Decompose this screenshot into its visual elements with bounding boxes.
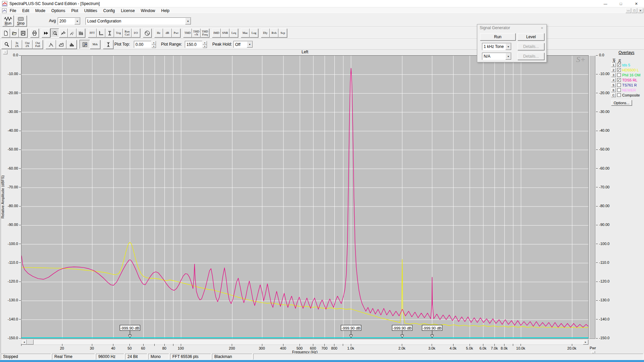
zoom-out-full-button[interactable]: Out Full: [33, 40, 43, 49]
scaling-button[interactable]: [97, 28, 105, 38]
stop-button[interactable]: Stop: [15, 15, 27, 26]
pwr-units-button[interactable]: Pwr: [172, 28, 180, 38]
menu-license[interactable]: License: [118, 8, 138, 14]
reverb-button[interactable]: Rvb: [270, 28, 278, 38]
run-button[interactable]: Run: [2, 15, 14, 26]
collapse-left-axis-button[interactable]: -: [3, 50, 7, 54]
spectrum-view-button[interactable]: [59, 28, 68, 38]
zoom-grid-button[interactable]: [50, 28, 59, 38]
mdi-restore-button[interactable]: □: [632, 8, 637, 13]
overlays-options-button[interactable]: Options...: [611, 100, 632, 106]
plot-range-spinner[interactable]: ▲▼: [203, 41, 207, 48]
overlay-on-checkbox-5[interactable]: [617, 83, 621, 87]
x-tick-dash: [173, 344, 173, 346]
menu-edit[interactable]: Edit: [19, 8, 32, 14]
menu-window[interactable]: Window: [138, 8, 158, 14]
scope-button[interactable]: Scp: [278, 28, 287, 38]
thd-n-button[interactable]: THD +N: [192, 28, 201, 38]
avg-label: Avg: [49, 18, 56, 23]
overlay-set-button-3[interactable]: 3: [611, 73, 616, 77]
signal-generator-close-icon[interactable]: ✕: [539, 26, 545, 30]
plot-top-input[interactable]: 0.00: [134, 41, 151, 48]
zoom-button[interactable]: [1, 40, 12, 49]
post-process-button[interactable]: [42, 28, 50, 38]
zoom-in-2x-button[interactable]: In 2X: [12, 40, 22, 49]
overlay-on-checkbox-C[interactable]: [617, 93, 621, 97]
display-options-button[interactable]: [79, 40, 90, 49]
load-config-dropdown-arrow-icon[interactable]: ▼: [185, 18, 191, 24]
menu-mode[interactable]: Mode: [32, 8, 48, 14]
maximize-button[interactable]: □: [613, 0, 629, 7]
marker-value-label: -999.90 dB: [341, 326, 361, 330]
source2-dropdown-arrow-icon[interactable]: ▼: [505, 53, 511, 60]
waterfall-view-button[interactable]: [68, 28, 76, 38]
menu-options[interactable]: Options: [48, 8, 68, 14]
load-configuration-select[interactable]: Load Configuration ▼: [86, 17, 191, 25]
avg-select[interactable]: 200 ▼: [58, 17, 80, 25]
signal-generator-button[interactable]: [143, 28, 152, 38]
thd-button[interactable]: THD: [183, 28, 192, 38]
plot-vertical-scrollbar[interactable]: [589, 55, 595, 339]
marker-button[interactable]: Mrk: [90, 40, 100, 49]
save-button[interactable]: [19, 28, 28, 38]
calibration-button[interactable]: [105, 28, 114, 38]
close-button[interactable]: ✕: [629, 0, 644, 7]
io-device-button[interactable]: I/O: [131, 28, 140, 38]
generator-details2-button[interactable]: Details...: [518, 53, 544, 60]
print-button[interactable]: [30, 28, 39, 38]
mdi-close-button[interactable]: ✕: [638, 8, 643, 13]
trigger-button[interactable]: Trig: [114, 28, 123, 38]
log-button-label: Log: [252, 32, 257, 35]
menu-plot[interactable]: Plot: [68, 8, 81, 14]
menu-help[interactable]: Help: [158, 8, 173, 14]
plot-range-input[interactable]: 150.0: [185, 41, 202, 48]
bar-display-button[interactable]: [66, 40, 77, 49]
run-control-button[interactable]: Run Ctrl: [123, 28, 131, 38]
macro-button[interactable]: Mac: [241, 28, 250, 38]
generator-run-button[interactable]: Run: [480, 33, 516, 41]
generator-details1-button[interactable]: Details...: [518, 43, 544, 50]
generator-level-button[interactable]: Level: [518, 33, 544, 41]
menu-file[interactable]: File: [7, 8, 19, 14]
leq-button[interactable]: Leq: [229, 28, 238, 38]
overlay-on-checkbox-1[interactable]: ✓: [617, 63, 621, 67]
imd-button[interactable]: IMD: [212, 28, 221, 38]
fft-settings-button[interactable]: FFT: [88, 28, 97, 38]
step-curve-button[interactable]: [56, 40, 66, 49]
overlay-set-button-2[interactable]: 2: [611, 68, 616, 72]
generator-source1-select[interactable]: 1 kHz Tone ▼: [482, 43, 512, 50]
overlay-on-checkbox-3[interactable]: [617, 73, 621, 77]
open-file-button[interactable]: [10, 28, 19, 38]
hz-units-button[interactable]: Hz: [154, 28, 163, 38]
menu-config[interactable]: Config: [100, 8, 118, 14]
mdi-minimize-button[interactable]: —: [626, 8, 631, 13]
overlay-on-checkbox-2[interactable]: ✓: [617, 68, 621, 72]
minimize-button[interactable]: —: [598, 0, 613, 7]
menu-utilities[interactable]: Utilities: [81, 8, 100, 14]
thd-freq-button[interactable]: THD Freq: [201, 28, 209, 38]
overlay-set-button-C[interactable]: C: [611, 93, 616, 97]
generator-source2-select[interactable]: N/A ▼: [482, 53, 512, 60]
overlay-set-button-6[interactable]: 6: [611, 88, 616, 92]
overlay-set-button-5[interactable]: 5: [611, 83, 616, 87]
avg-dropdown-arrow-icon[interactable]: ▼: [74, 18, 80, 24]
log-button[interactable]: Log: [250, 28, 258, 38]
new-file-button[interactable]: [1, 28, 10, 38]
overlay-row-6: 6NEWER: [611, 87, 636, 93]
overlay-set-button-4[interactable]: 4: [611, 78, 616, 82]
peak-hold-select[interactable]: Off ▼: [233, 41, 253, 48]
overlay-on-checkbox-6[interactable]: [617, 88, 621, 92]
snr-button[interactable]: SNR: [221, 28, 229, 38]
peak-curve-button[interactable]: [46, 40, 56, 49]
db-units-button[interactable]: dB: [163, 28, 172, 38]
spectrogram-view-button[interactable]: [76, 28, 85, 38]
peak-hold-dropdown-arrow-icon[interactable]: ▼: [247, 41, 253, 48]
delay-finder-button[interactable]: Dly: [261, 28, 270, 38]
amplitude-range-button[interactable]: [103, 40, 113, 49]
spectrum-plot[interactable]: -999.90 dB-999.90 dB-999.90 dB-999.90 dB…: [21, 55, 589, 339]
overlay-on-checkbox-4[interactable]: ✓: [617, 78, 621, 82]
zoom-out-2x-button[interactable]: Out 2X: [22, 40, 33, 49]
plot-top-spinner[interactable]: ▲▼: [152, 41, 156, 48]
source1-dropdown-arrow-icon[interactable]: ▼: [505, 43, 511, 50]
overlay-set-button-1[interactable]: 1: [611, 63, 616, 67]
